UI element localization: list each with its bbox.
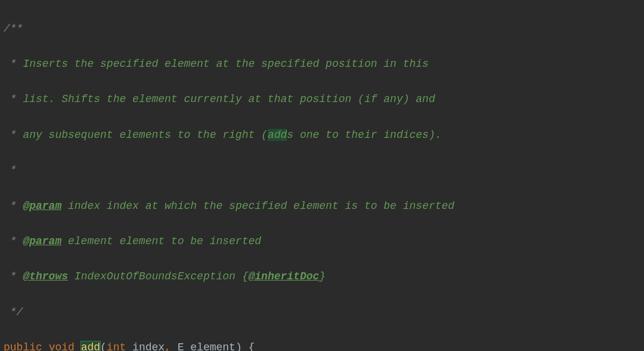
javadoc-text: } (319, 270, 326, 282)
keyword-void: void (49, 341, 81, 351)
javadoc-param-name: element (61, 235, 119, 247)
javadoc-star: * (4, 164, 17, 176)
code-editor[interactable]: /** * Inserts the specified element at t… (0, 0, 644, 351)
method-name-add: add (81, 341, 100, 351)
javadoc-sp (68, 270, 75, 282)
comma: , (165, 341, 178, 351)
keyword-int: int (107, 341, 132, 351)
javadoc-tag-param: @param (23, 200, 61, 212)
javadoc-star: * (4, 129, 23, 141)
javadoc-star: * (4, 235, 23, 247)
javadoc-open: /** (4, 23, 23, 35)
javadoc-text: list. Shifts the element currently at th… (23, 93, 435, 105)
type-E: E (178, 341, 191, 351)
javadoc-star: * (4, 200, 23, 212)
javadoc-close: */ (4, 306, 23, 318)
javadoc-star: * (4, 270, 23, 282)
javadoc-tag-throws: @throws (23, 270, 68, 282)
javadoc-tag-param: @param (23, 235, 61, 247)
javadoc-param-desc: index at which the specified element is … (107, 200, 454, 212)
javadoc-throws-class: IndexOutOfBoundsException { (75, 270, 249, 282)
javadoc-text: any subsequent elements to the right ( (23, 129, 267, 141)
javadoc-tag-inherit: @inheritDoc (249, 270, 320, 282)
javadoc-text: s one to their indices). (287, 129, 441, 141)
keyword-public: public (4, 341, 49, 351)
sig-close: ) { (236, 341, 255, 351)
javadoc-star: * (4, 93, 23, 105)
paren: ( (100, 341, 107, 351)
javadoc-param-name: index (61, 200, 107, 212)
javadoc-star: * (4, 58, 23, 70)
param-element: element (190, 341, 236, 351)
javadoc-param-desc: element to be inserted (119, 235, 261, 247)
highlight-add: add (268, 129, 287, 141)
param-index: index (132, 341, 165, 351)
javadoc-text: Inserts the specified element at the spe… (23, 58, 429, 70)
